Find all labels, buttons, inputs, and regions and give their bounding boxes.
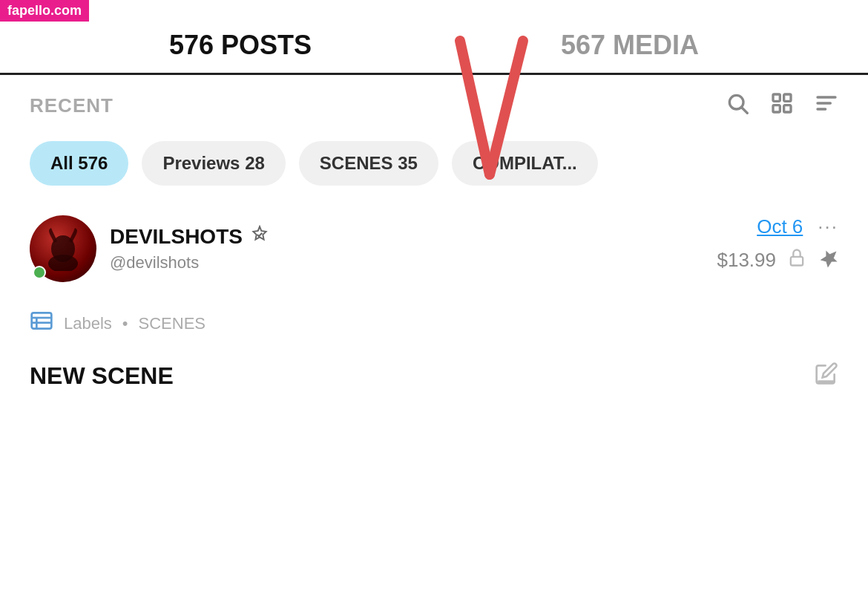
post-meta-right: Oct 6 ··· $13.99 [717,215,838,272]
labels-row: Labels • SCENES [0,309,868,350]
pills-row: All 576 Previews 28 SCENES 35 COMPILAT..… [0,134,868,200]
sort-icon[interactable] [815,91,838,120]
edit-icon[interactable] [815,362,838,391]
labels-text: Labels [64,314,112,333]
svg-point-12 [48,255,78,271]
svg-rect-7 [784,105,791,112]
post-header: DEVILSHOTS @devilshots Oct 6 ··· $13. [30,215,838,282]
username[interactable]: DEVILSHOTS [110,225,243,249]
labels-icon [30,309,53,338]
svg-rect-4 [773,94,780,101]
pin-icon [812,244,844,276]
svg-line-3 [742,108,747,113]
post-card: DEVILSHOTS @devilshots Oct 6 ··· $13. [0,200,868,309]
avatar-container [30,215,96,282]
label-category: SCENES [139,314,206,333]
pill-previews[interactable]: Previews 28 [142,141,285,186]
new-scene-row: NEW SCENE [0,350,868,398]
user-handle: @devilshots [110,253,269,272]
search-icon[interactable] [726,91,749,120]
lock-icon [786,247,807,272]
stats-row: 576 POSTS 567 MEDIA [0,7,868,75]
recent-label: RECENT [30,94,114,117]
pill-scenes[interactable]: SCENES 35 [299,141,438,186]
post-price: $13.99 [717,249,776,272]
posts-stat[interactable]: 576 POSTS [169,30,312,75]
post-user: DEVILSHOTS @devilshots [30,215,269,282]
label-separator: • [122,314,128,333]
filter-row: RECENT [0,75,868,134]
new-scene-title: NEW SCENE [30,362,174,390]
verified-icon [250,225,269,249]
svg-rect-5 [784,94,791,101]
online-indicator [33,266,46,279]
avatar-silhouette [41,226,85,271]
more-options[interactable]: ··· [818,215,838,238]
svg-rect-6 [773,105,780,112]
post-date[interactable]: Oct 6 [757,215,803,238]
filter-icons [726,91,838,120]
media-value: 567 MEDIA [561,30,699,60]
svg-rect-13 [791,257,803,266]
pill-compilat[interactable]: COMPILAT... [452,141,598,186]
post-price-row: $13.99 [717,247,838,272]
watermark: fapello.com [0,0,89,22]
user-info: DEVILSHOTS @devilshots [110,225,269,272]
pill-all[interactable]: All 576 [30,141,128,186]
post-date-row: Oct 6 ··· [757,215,838,238]
media-stat[interactable]: 567 MEDIA [561,30,699,61]
posts-value: 576 POSTS [169,30,312,60]
username-row: DEVILSHOTS [110,225,269,249]
svg-rect-14 [32,313,52,328]
grid-icon[interactable] [770,91,794,120]
